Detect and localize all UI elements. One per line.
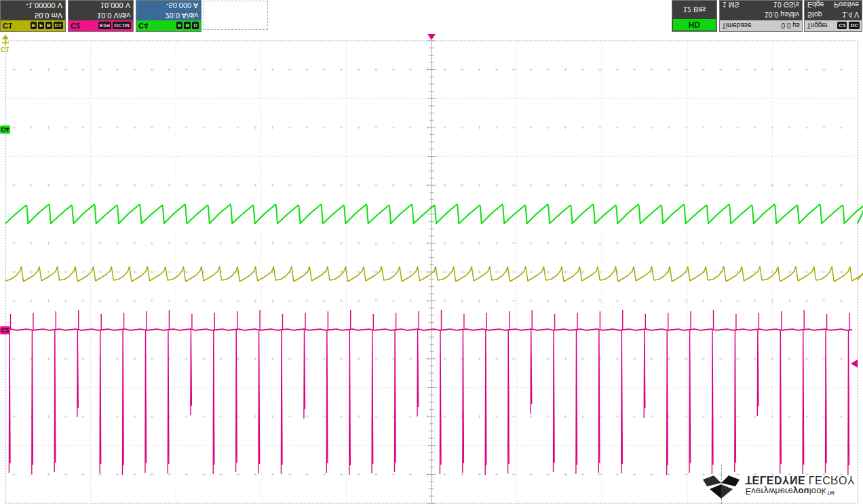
teledyne-lecroy-logo: Everywhereyoulook™ TELEDYNE LECROY xyxy=(703,469,855,500)
c4-badge: E xyxy=(176,22,183,30)
trigger-mode: Stop xyxy=(807,12,822,20)
logo-tagline: Everywhereyoulook™ xyxy=(745,486,855,496)
trigger-time-marker[interactable] xyxy=(427,34,436,40)
c1-badge: B xyxy=(45,22,52,30)
trigger-title: Trigger xyxy=(807,22,828,30)
c4-offset: -50.000 A xyxy=(139,1,198,11)
timebase-rate: 10 GS/s xyxy=(773,1,799,9)
c4-values: 20.0 A/div -50.000 A xyxy=(136,1,201,20)
c4-vdiv: 20.0 A/div xyxy=(139,11,198,21)
oscilloscope-screen: C2C4C1 Everywhereyoulook™ TELEDYNE LECRO… xyxy=(0,0,863,504)
c2-vdiv: 10.0 V/div xyxy=(71,11,130,21)
timebase-scale-row: 10.0 µs/div xyxy=(720,10,802,20)
teledyne-arrows-icon xyxy=(703,469,740,500)
c1-badge: E xyxy=(31,22,37,30)
c1-badge: F xyxy=(38,22,44,30)
c2-values: 10.0 V/div 10.000 V xyxy=(69,1,133,20)
trigger-type: Edge xyxy=(807,1,824,9)
hd-badge: HD xyxy=(673,19,716,31)
c2-zero-marker-label: C2 xyxy=(1,327,9,334)
channel-descriptor-c4[interactable]: C4 E B D 20.0 A/div -50.000 A xyxy=(136,0,202,32)
c4-badge: B xyxy=(184,22,191,30)
c2-header: C2 E2R DC1M xyxy=(69,20,133,31)
c1-values: 50.0 mV -1.00000 V xyxy=(1,1,65,20)
timebase-box[interactable]: Timebase 0.0 µs 10.0 µs/div 1 MS 10 GS/s xyxy=(719,0,803,32)
c1-badge: D1 xyxy=(54,22,63,30)
channel-descriptor-c2[interactable]: C2 E2R DC1M 10.0 V/div 10.000 V xyxy=(68,0,134,32)
timebase-position: 0.0 µs xyxy=(782,22,800,30)
trigger-type-row: Edge Positive xyxy=(805,0,862,10)
timebase-header: Timebase 0.0 µs xyxy=(720,20,802,31)
c2-offset: 10.000 V xyxy=(71,1,130,11)
c1-offscreen-arrow-icon[interactable] xyxy=(2,39,9,45)
c4-label: C4 xyxy=(138,22,148,30)
timebase-per-div: 10.0 µs/div xyxy=(765,12,799,20)
timebase-sampling-row: 1 MS 10 GS/s xyxy=(720,0,802,10)
logo-brand: TELEDYNE LECROY xyxy=(745,473,855,485)
trace-c2-spikes[interactable] xyxy=(9,310,849,475)
c2-badge: E2R xyxy=(98,22,112,30)
c2-badges: E2R DC1M xyxy=(98,22,131,30)
c1-offset: -1.00000 V xyxy=(3,1,62,11)
c4-header: C4 E B D xyxy=(136,20,201,31)
channel-descriptor-c1[interactable]: C1 E F B D1 50.0 mV -1.00000 V xyxy=(0,0,66,32)
timebase-samples: 1 MS xyxy=(723,1,740,9)
trigger-level: 1.4 V xyxy=(842,12,859,20)
trigger-mode-row: Stop 1.4 V xyxy=(805,10,862,20)
c4-badges: E B D xyxy=(176,22,199,30)
hd-mode-box[interactable]: HD 12 Bits xyxy=(672,0,717,32)
c1-vdiv: 50.0 mV xyxy=(3,11,62,21)
trigger-source-badge: C2 xyxy=(837,22,847,30)
c1-offscreen-arrow-head-icon xyxy=(2,35,9,39)
c4-zero-marker-label: C4 xyxy=(1,126,9,133)
c2-badge: DC1M xyxy=(113,22,131,30)
logo-text: Everywhereyoulook™ TELEDYNE LECROY xyxy=(745,473,855,495)
c1-zero-marker-label: C1 xyxy=(1,45,9,53)
timebase-title: Timebase xyxy=(722,22,752,30)
trigger-level-marker[interactable] xyxy=(851,360,858,368)
trigger-box[interactable]: Trigger C2 DC Stop 1.4 V Edge Positive xyxy=(804,0,862,32)
c1-label: C1 xyxy=(3,22,12,30)
trace-c1[interactable] xyxy=(5,267,863,282)
c1-header: C1 E F B D1 xyxy=(1,20,65,31)
c2-label: C2 xyxy=(71,22,80,30)
bits-label: 12 Bits xyxy=(672,1,716,18)
c1-badges: E F B D1 xyxy=(31,22,63,30)
empty-descriptor-slot[interactable] xyxy=(204,1,268,30)
trigger-header: Trigger C2 DC xyxy=(805,20,862,31)
trigger-coupling-badge: DC xyxy=(849,22,860,30)
c4-badge: D xyxy=(192,22,199,30)
trace-c2-baseline[interactable] xyxy=(5,329,852,330)
trigger-slope: Positive xyxy=(834,1,859,9)
waveform-grid-area: C2C4C1 xyxy=(0,0,863,504)
